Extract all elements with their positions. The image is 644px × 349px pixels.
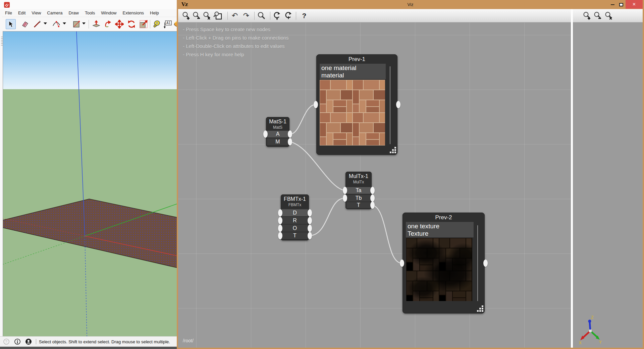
node-resize-grip[interactable]: [477, 305, 483, 312]
rectangle-tool-dropdown[interactable]: [82, 22, 86, 24]
attribute-d[interactable]: D: [282, 209, 308, 216]
pin-fbmtx1-o-output[interactable]: [308, 225, 312, 232]
zoom-fit-button[interactable]: [213, 11, 223, 20]
node-multx1[interactable]: MulTx-1 MulTx Ta Tb T: [345, 172, 372, 209]
right-zoom-in-button[interactable]: [582, 11, 592, 20]
select-tool-button[interactable]: [6, 19, 16, 29]
pin-prev1-output[interactable]: [396, 101, 400, 108]
pin-fbmtx1-t-input[interactable]: [278, 232, 282, 239]
close-button[interactable]: ×: [626, 0, 643, 9]
pin-fbmtx1-d-input[interactable]: [278, 209, 282, 217]
menu-camera[interactable]: Camera: [44, 9, 65, 16]
menu-help[interactable]: Help: [147, 9, 162, 16]
viz-window-title: Viz: [177, 2, 644, 7]
menu-tools[interactable]: Tools: [82, 9, 98, 16]
sync-up-icon: [284, 11, 293, 20]
sketchup-viewport[interactable]: [3, 31, 177, 336]
viz-titlebar[interactable]: Vz Viz ×: [177, 0, 644, 9]
pin-prev2-input[interactable]: [400, 259, 404, 267]
arc-tool-dropdown[interactable]: [63, 22, 66, 24]
wire-fbmtx-t-to-multx-tb: [310, 198, 345, 236]
right-zoom-out-button[interactable]: [593, 11, 602, 20]
eraser-tool-button[interactable]: [19, 19, 30, 29]
geolocation-icon[interactable]: ?: [3, 338, 10, 345]
attribute-a[interactable]: A: [267, 131, 288, 137]
info-icon[interactable]: [14, 338, 21, 345]
attribute-ta[interactable]: Ta: [346, 187, 371, 194]
pin-fbmtx1-r-output[interactable]: [308, 217, 312, 224]
help-button[interactable]: ?: [300, 11, 309, 20]
sync-down-icon: [273, 11, 281, 20]
zoom-out-button[interactable]: [192, 11, 201, 20]
node-fbmtx1[interactable]: FBMTx-1 FBMTx D R O T: [281, 194, 309, 240]
statusbar-message: Select objects. Shift to extend select. …: [39, 339, 170, 344]
menu-window[interactable]: Window: [98, 9, 119, 16]
node-resize-grip[interactable]: [389, 147, 396, 154]
statusbar-separator: [36, 339, 36, 344]
arc-tool-button[interactable]: [51, 19, 61, 29]
pin-fbmtx1-r-input[interactable]: [278, 217, 282, 224]
node-scrollbar[interactable]: [477, 225, 478, 301]
pin-prev1-input[interactable]: [314, 101, 318, 108]
sync-up-button[interactable]: [284, 11, 293, 20]
minimize-button[interactable]: [608, 2, 617, 8]
scale-tool-button[interactable]: [139, 19, 149, 29]
menu-draw[interactable]: Draw: [66, 9, 82, 16]
pin-mats1-a-output[interactable]: [288, 130, 292, 138]
node-graph-canvas[interactable]: - Press Space key to create new nodes - …: [178, 22, 571, 348]
search-button[interactable]: [257, 11, 266, 20]
node-mats1[interactable]: MatS-1 MatS A M: [266, 117, 289, 147]
axis-gizmo: Z X Y: [578, 313, 604, 346]
follow-me-tool-button[interactable]: [103, 19, 113, 29]
account-icon[interactable]: [25, 338, 32, 345]
node-scrollbar[interactable]: [390, 66, 390, 144]
maximize-button[interactable]: [617, 2, 626, 8]
pin-fbmtx1-t-output[interactable]: [308, 232, 312, 239]
line-tool-button[interactable]: [32, 19, 42, 29]
attribute-t[interactable]: T: [282, 232, 308, 239]
pin-mats1-m-output[interactable]: [288, 138, 292, 146]
attribute-tb[interactable]: Tb: [346, 195, 371, 201]
menu-extensions[interactable]: Extensions: [120, 9, 147, 16]
pin-mats1-a-input[interactable]: [263, 130, 268, 138]
right-zoom-reset-button[interactable]: [604, 11, 613, 20]
redo-button[interactable]: ↷: [241, 11, 251, 20]
tape-measure-tool-button[interactable]: [152, 19, 162, 29]
text-label-icon: A1: [163, 20, 172, 28]
selected-face[interactable]: [3, 199, 177, 268]
node-prev1[interactable]: Prev-1 one material material: [316, 54, 397, 155]
rectangle-tool-button[interactable]: [71, 19, 82, 29]
sync-down-button[interactable]: [272, 11, 282, 20]
text-tool-button[interactable]: A1: [162, 19, 172, 29]
pin-multx1-ta-input[interactable]: [343, 187, 347, 194]
attribute-t[interactable]: T: [346, 202, 371, 208]
zoom-reset-button[interactable]: [202, 11, 212, 20]
rotate-tool-button[interactable]: [126, 19, 137, 29]
pin-multx1-tb-output[interactable]: [370, 194, 375, 202]
node-prev2[interactable]: Prev-2 one texture Texture: [402, 213, 485, 313]
attribute-r[interactable]: R: [282, 217, 308, 224]
undo-button[interactable]: ↶: [230, 11, 239, 20]
menu-file[interactable]: File: [2, 9, 15, 16]
viz-right-panel[interactable]: Z X Y: [573, 22, 643, 348]
menu-edit[interactable]: Edit: [15, 9, 29, 16]
pin-multx1-tb-input[interactable]: [343, 194, 347, 202]
move-tool-button[interactable]: [114, 19, 124, 29]
pin-fbmtx1-d-output[interactable]: [308, 209, 312, 217]
pin-multx1-t-output[interactable]: [370, 201, 375, 209]
zoom-in-button[interactable]: [181, 11, 191, 20]
line-tool-dropdown[interactable]: [44, 22, 47, 24]
push-pull-tool-button[interactable]: [91, 19, 101, 29]
attribute-name: material: [321, 72, 386, 79]
attribute-m[interactable]: M: [267, 138, 288, 145]
node-prev2-attribute[interactable]: one texture Texture: [406, 222, 474, 237]
help-icon: ?: [302, 12, 307, 20]
zoom-in-icon: [182, 11, 191, 20]
node-prev1-attribute[interactable]: one material material: [320, 64, 386, 79]
attribute-o[interactable]: O: [282, 225, 308, 232]
menu-view[interactable]: View: [29, 9, 44, 16]
attribute-name: Texture: [408, 230, 474, 237]
pin-fbmtx1-o-input[interactable]: [278, 225, 282, 232]
pin-multx1-ta-output[interactable]: [370, 187, 375, 194]
pin-prev2-output[interactable]: [483, 259, 488, 267]
